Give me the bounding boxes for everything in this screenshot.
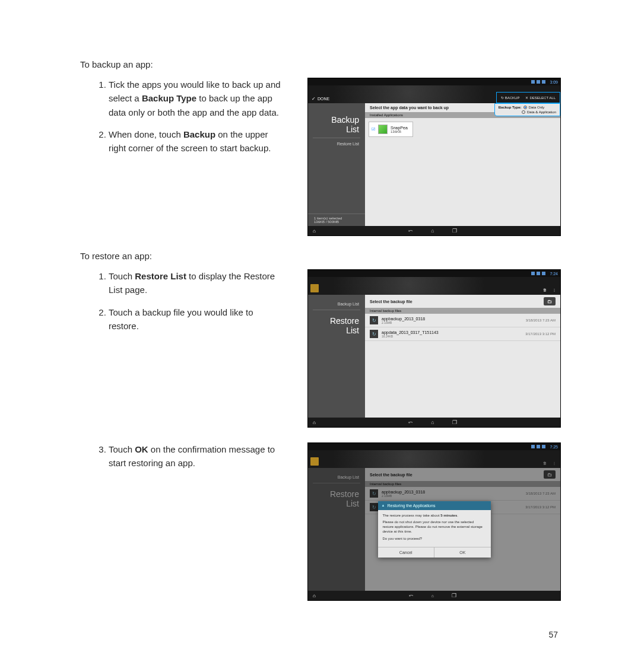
battery-icon [542, 80, 545, 84]
restore-step-1: Touch Restore List to display the Restor… [109, 269, 282, 297]
nav-bar: ⌂ ⤺ ⌂ ❐ [308, 226, 560, 235]
top-actions-highlight: ↻ BACKUP ✕ DESELECT ALL [496, 92, 560, 103]
status-time: 3:09 [550, 80, 558, 84]
backup-row: Tick the apps you would like to back up … [80, 78, 561, 236]
done-button[interactable]: ✓ DONE [308, 94, 333, 103]
dialog-buttons: Cancel OK [378, 547, 491, 558]
screenshot-backup: 3:09 ✓ DONE ↻ BACKUP ✕ [307, 78, 561, 236]
deselect-all-button[interactable]: ✕ DESELECT ALL [523, 94, 558, 101]
folder-icon[interactable] [544, 297, 556, 305]
home-overlay-icon[interactable]: ⌂ [313, 228, 316, 234]
home-icon[interactable]: ⌂ [431, 419, 434, 425]
dialog-title: Restoring the Applications [378, 501, 491, 510]
restore-row-2: Touch OK on the confirmation message to … [80, 442, 561, 601]
backup-type-panel: Backup Type: Data Only Backup Type: Data… [494, 103, 560, 116]
screenshot-restore-list: 7:24 🗑 ⋮ Backup List [307, 269, 561, 428]
restore-step-3: Touch OK on the confirmation message to … [109, 442, 282, 470]
wifi-icon [531, 445, 535, 448]
home-overlay-icon[interactable]: ⌂ [313, 420, 316, 425]
sidebar-title[interactable]: Restore List [308, 310, 365, 339]
status-bar: 7:24 [308, 270, 560, 277]
recent-icon[interactable]: ❐ [452, 419, 457, 425]
back-icon[interactable]: ⤺ [408, 419, 413, 425]
page-number: 57 [548, 630, 558, 639]
battery-icon [542, 445, 545, 448]
sidebar: Backup List Restore List [308, 295, 365, 418]
backup-type-label: Backup Type: Data Only [499, 106, 556, 109]
home-overlay-icon[interactable]: ⌂ [313, 593, 316, 598]
nav-bar: ⌂ ⤺ ⌂ ❐ [308, 591, 560, 600]
status-bar: 3:09 [308, 78, 560, 85]
radio-data-app[interactable] [522, 110, 525, 114]
signal-icon [537, 272, 540, 275]
manual-page: To backup an app: Tick the apps you woul… [0, 0, 641, 672]
nav-bar: ⌂ ⤺ ⌂ ❐ [308, 418, 560, 427]
modal-overlay: Restoring the Applications The restore p… [308, 468, 560, 591]
home-icon[interactable]: ⌂ [431, 594, 434, 598]
content-area: Select the app data you want to back up … [365, 103, 560, 226]
app-size: 136KB [391, 130, 408, 133]
radio-data-only[interactable] [523, 106, 527, 109]
status-bar: 7:25 [308, 443, 560, 450]
backup-step-2: When done, touch Backup on the upper rig… [109, 128, 282, 155]
backup-file-row[interactable]: appdata_2013_0317_T151143 16.24KB 3/17/2… [365, 327, 560, 341]
app-top-bar: ✓ DONE ↻ BACKUP ✕ DESELECT ALL [308, 85, 560, 103]
app-top-bar: 🗑 ⋮ [308, 277, 560, 295]
app-name: SnapPea [391, 126, 408, 130]
sd-card-icon[interactable] [310, 284, 319, 292]
signal-icon [537, 80, 540, 84]
status-time: 7:24 [550, 272, 558, 276]
home-icon[interactable]: ⌂ [431, 228, 434, 234]
screenshot-restore-dialog: 7:25 🗑 ⋮ Backup List [307, 442, 561, 601]
confirm-dialog: Restoring the Applications The restore p… [378, 501, 491, 558]
x-icon: ✕ [525, 95, 528, 100]
app-card[interactable]: ☑ SnapPea 136KB [369, 122, 413, 137]
restore-step-2: Touch a backup file you would like to re… [109, 305, 282, 333]
recent-icon[interactable]: ❐ [452, 593, 456, 598]
ok-button[interactable]: OK [434, 547, 491, 558]
file-icon [370, 316, 378, 324]
app-thumb-icon [378, 125, 388, 134]
sd-card-icon[interactable] [310, 457, 319, 466]
sidebar-link-restore[interactable]: Restore List [308, 138, 365, 149]
backup-steps: Tick the apps you would like to back up … [80, 78, 282, 155]
menu-icon[interactable]: ⋮ [550, 286, 559, 293]
wifi-icon [531, 272, 535, 275]
sidebar-footer: 1 item(s) selected 136KB / 500MB [308, 214, 365, 226]
back-icon[interactable]: ⤺ [409, 593, 414, 598]
backup-step-1: Tick the apps you would like to back up … [109, 78, 282, 119]
signal-icon [537, 445, 540, 448]
restore-steps-1: Touch Restore List to display the Restor… [80, 269, 282, 333]
refresh-icon: ↻ [501, 95, 504, 100]
backup-button[interactable]: ↻ BACKUP [499, 94, 522, 101]
backup-heading: To backup an app: [80, 59, 561, 69]
check-icon: ✓ [312, 96, 316, 101]
sidebar-title[interactable]: Backup List [308, 109, 365, 138]
restore-row-1: Touch Restore List to display the Restor… [80, 269, 561, 428]
back-icon[interactable]: ⤺ [408, 228, 413, 234]
status-time: 7:25 [550, 445, 558, 449]
battery-icon [542, 272, 545, 275]
dialog-body: The restore process may take about 5 min… [378, 510, 491, 547]
trash-icon[interactable]: 🗑 [541, 460, 549, 466]
restore-heading: To restore an app: [80, 251, 561, 261]
content-subheader: Internal backup files [365, 308, 560, 314]
restore-steps-2: Touch OK on the confirmation message to … [80, 442, 282, 470]
recent-icon[interactable]: ❐ [452, 228, 457, 234]
file-icon [370, 330, 378, 338]
content-header: Select the backup file [365, 295, 560, 308]
checkbox-icon[interactable]: ☑ [372, 127, 375, 132]
wifi-icon [531, 80, 535, 84]
sidebar: Backup List Restore List 1 item(s) selec… [308, 103, 365, 226]
trash-icon[interactable]: 🗑 [541, 287, 549, 293]
backup-type-opt2: Backup Type: Data & Application [499, 110, 556, 114]
sidebar-link-backup[interactable]: Backup List [308, 298, 365, 310]
app-top-bar: 🗑 ⋮ [308, 450, 560, 468]
backup-file-row[interactable]: appbackup_2013_0318 2.16MB 3/18/2013 7:2… [365, 314, 560, 327]
content-area: Select the backup file Internal backup f… [365, 295, 560, 418]
menu-icon[interactable]: ⋮ [550, 460, 559, 466]
cancel-button[interactable]: Cancel [378, 547, 434, 558]
